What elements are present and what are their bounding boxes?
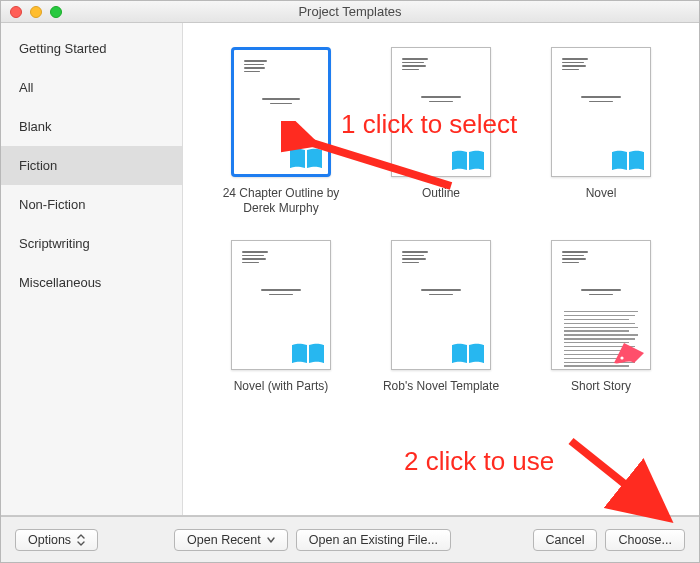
template-thumbnail bbox=[551, 240, 651, 370]
window-title: Project Templates bbox=[1, 4, 699, 19]
category-sidebar: Getting Started All Blank Fiction Non-Fi… bbox=[1, 23, 183, 515]
pen-icon bbox=[610, 341, 646, 365]
template-item[interactable]: 24 Chapter Outline by Derek Murphy bbox=[201, 47, 361, 216]
zoom-icon[interactable] bbox=[50, 6, 62, 18]
chevron-updown-icon bbox=[77, 534, 85, 546]
template-item[interactable]: Novel bbox=[521, 47, 681, 216]
book-icon bbox=[610, 148, 646, 172]
book-icon bbox=[450, 148, 486, 172]
open-recent-label: Open Recent bbox=[187, 533, 261, 547]
sidebar-item-non-fiction[interactable]: Non-Fiction bbox=[1, 185, 182, 224]
template-label: Short Story bbox=[571, 379, 631, 394]
template-label: 24 Chapter Outline by Derek Murphy bbox=[206, 186, 356, 216]
template-label: Novel bbox=[586, 186, 617, 201]
titlebar: Project Templates bbox=[1, 1, 699, 23]
template-thumbnail bbox=[231, 47, 331, 177]
sidebar-item-blank[interactable]: Blank bbox=[1, 107, 182, 146]
template-item[interactable]: Rob's Novel Template bbox=[361, 240, 521, 394]
template-item[interactable]: Outline bbox=[361, 47, 521, 216]
template-thumbnail bbox=[551, 47, 651, 177]
template-label: Outline bbox=[422, 186, 460, 201]
sidebar-item-fiction[interactable]: Fiction bbox=[1, 146, 182, 185]
project-templates-window: Project Templates Getting Started All Bl… bbox=[0, 0, 700, 563]
template-label: Novel (with Parts) bbox=[234, 379, 329, 394]
sidebar-item-all[interactable]: All bbox=[1, 68, 182, 107]
options-button[interactable]: Options bbox=[15, 529, 98, 551]
template-item[interactable]: Short Story bbox=[521, 240, 681, 394]
minimize-icon[interactable] bbox=[30, 6, 42, 18]
template-thumbnail bbox=[231, 240, 331, 370]
window-controls bbox=[1, 6, 62, 18]
book-icon bbox=[290, 341, 326, 365]
svg-point-0 bbox=[620, 356, 623, 359]
template-thumbnail bbox=[391, 47, 491, 177]
sidebar-item-miscellaneous[interactable]: Miscellaneous bbox=[1, 263, 182, 302]
book-icon bbox=[288, 146, 324, 170]
cancel-button[interactable]: Cancel bbox=[533, 529, 598, 551]
footer-toolbar: Options Open Recent Open an Existing Fil… bbox=[1, 516, 699, 562]
open-existing-label: Open an Existing File... bbox=[309, 533, 438, 547]
template-item[interactable]: Novel (with Parts) bbox=[201, 240, 361, 394]
cancel-label: Cancel bbox=[546, 533, 585, 547]
open-existing-button[interactable]: Open an Existing File... bbox=[296, 529, 451, 551]
template-thumbnail bbox=[391, 240, 491, 370]
close-icon[interactable] bbox=[10, 6, 22, 18]
window-body: Getting Started All Blank Fiction Non-Fi… bbox=[1, 23, 699, 516]
chevron-down-icon bbox=[267, 537, 275, 543]
book-icon bbox=[450, 341, 486, 365]
options-label: Options bbox=[28, 533, 71, 547]
choose-button[interactable]: Choose... bbox=[605, 529, 685, 551]
open-recent-button[interactable]: Open Recent bbox=[174, 529, 288, 551]
sidebar-item-getting-started[interactable]: Getting Started bbox=[1, 29, 182, 68]
choose-label: Choose... bbox=[618, 533, 672, 547]
template-gallery: 24 Chapter Outline by Derek MurphyOutlin… bbox=[183, 23, 699, 515]
sidebar-item-scriptwriting[interactable]: Scriptwriting bbox=[1, 224, 182, 263]
template-label: Rob's Novel Template bbox=[383, 379, 499, 394]
